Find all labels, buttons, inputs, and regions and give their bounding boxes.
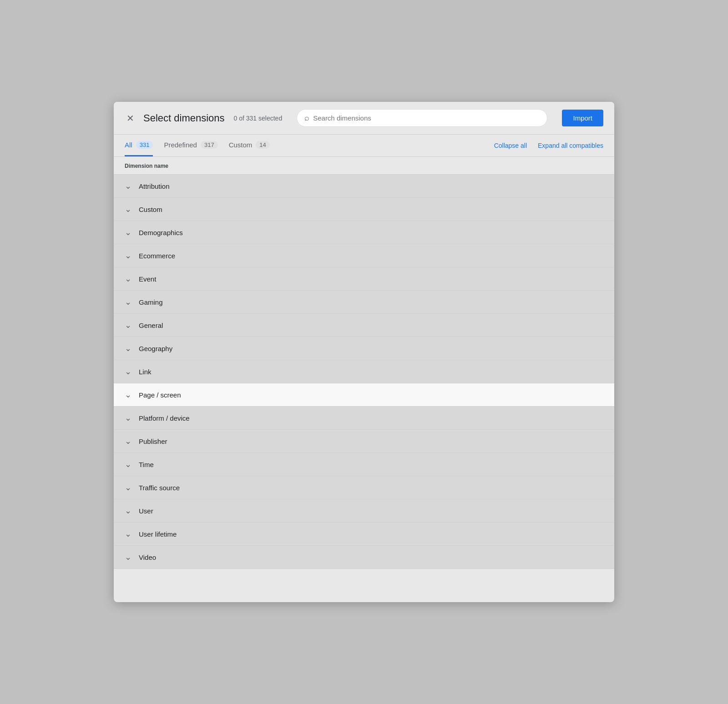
dimension-row[interactable]: ⌄ User lifetime: [114, 523, 614, 546]
dimension-row[interactable]: ⌄ Custom: [114, 198, 614, 221]
dimension-name-label: Link: [139, 368, 152, 376]
dimension-name-label: Geography: [139, 345, 172, 352]
chevron-down-icon: ⌄: [125, 483, 131, 493]
dimension-row[interactable]: ⌄ Video: [114, 546, 614, 569]
chevron-down-icon: ⌄: [125, 227, 131, 237]
tab-label: All: [125, 141, 132, 149]
selected-count-label: 0 of 331 selected: [234, 115, 283, 122]
dimension-row[interactable]: ⌄ Geography: [114, 337, 614, 360]
chevron-down-icon: ⌄: [125, 436, 131, 446]
chevron-down-icon: ⌄: [125, 204, 131, 214]
dimension-name-label: Ecommerce: [139, 252, 175, 260]
dimension-row[interactable]: ⌄ Demographics: [114, 221, 614, 244]
dimension-row[interactable]: ⌄ Gaming: [114, 291, 614, 314]
dimension-name-label: Attribution: [139, 182, 170, 190]
expand-all-button[interactable]: Expand all compatibles: [538, 142, 603, 149]
dimension-row[interactable]: ⌄ General: [114, 314, 614, 337]
chevron-down-icon: ⌄: [125, 459, 131, 469]
tab-predefined[interactable]: Predefined317: [164, 135, 217, 156]
dimension-name-label: User lifetime: [139, 530, 177, 538]
dimension-name-label: Page / screen: [139, 391, 181, 399]
dimension-name-header: Dimension name: [125, 163, 168, 169]
dimension-row[interactable]: ⌄ Time: [114, 453, 614, 476]
dimension-name-label: Time: [139, 461, 154, 468]
chevron-down-icon: ⌄: [125, 390, 131, 400]
dimension-row[interactable]: ⌄ Event: [114, 267, 614, 291]
tabs-bar: All331Predefined317Custom14 Collapse all…: [114, 135, 614, 157]
dimension-name-label: General: [139, 322, 163, 329]
search-input[interactable]: [313, 114, 540, 122]
chevron-down-icon: ⌄: [125, 297, 131, 307]
chevron-down-icon: ⌄: [125, 552, 131, 562]
collapse-all-button[interactable]: Collapse all: [494, 142, 527, 149]
chevron-down-icon: ⌄: [125, 506, 131, 516]
chevron-down-icon: ⌄: [125, 367, 131, 377]
chevron-down-icon: ⌄: [125, 251, 131, 261]
tab-badge-all: 331: [136, 141, 153, 149]
tabs-container: All331Predefined317Custom14: [125, 135, 494, 156]
dimension-row[interactable]: ⌄ User: [114, 499, 614, 523]
search-container: ⌕: [297, 109, 547, 127]
dimension-row[interactable]: ⌄ Platform / device: [114, 407, 614, 430]
chevron-down-icon: ⌄: [125, 343, 131, 353]
dimension-row[interactable]: ⌄ Attribution: [114, 175, 614, 198]
dimension-name-label: Event: [139, 275, 156, 283]
modal-title: Select dimensions: [143, 112, 225, 124]
close-button[interactable]: ✕: [125, 111, 136, 126]
tab-custom[interactable]: Custom14: [229, 135, 270, 156]
dimension-row[interactable]: ⌄ Ecommerce: [114, 244, 614, 267]
dimension-row[interactable]: ⌄ Publisher: [114, 430, 614, 453]
dimension-name-label: Publisher: [139, 437, 167, 445]
import-button[interactable]: Import: [562, 110, 603, 126]
chevron-down-icon: ⌄: [125, 320, 131, 330]
tab-badge-custom: 14: [256, 141, 269, 149]
chevron-down-icon: ⌄: [125, 181, 131, 191]
tab-actions: Collapse all Expand all compatibles: [494, 142, 603, 149]
dimension-name-label: Demographics: [139, 229, 183, 236]
dimension-list: ⌄ Attribution ⌄ Custom ⌄ Demographics ⌄ …: [114, 175, 614, 569]
tab-all[interactable]: All331: [125, 135, 153, 156]
chevron-down-icon: ⌄: [125, 529, 131, 539]
close-icon: ✕: [126, 113, 134, 124]
dimension-name-label: Video: [139, 553, 156, 561]
table-header: Dimension name: [114, 157, 614, 175]
dimension-name-label: Gaming: [139, 298, 163, 306]
dimension-name-label: Custom: [139, 206, 162, 213]
dimension-name-label: Traffic source: [139, 484, 180, 492]
dimension-row[interactable]: ⌄ Page / screen: [114, 383, 614, 407]
select-dimensions-modal: ✕ Select dimensions 0 of 331 selected ⌕ …: [114, 102, 614, 602]
dimension-row[interactable]: ⌄ Traffic source: [114, 476, 614, 499]
tab-badge-predefined: 317: [201, 141, 218, 149]
tab-label: Custom: [229, 141, 253, 149]
dimension-name-label: Platform / device: [139, 414, 190, 422]
chevron-down-icon: ⌄: [125, 274, 131, 284]
modal-header: ✕ Select dimensions 0 of 331 selected ⌕ …: [114, 102, 614, 135]
tab-label: Predefined: [164, 141, 197, 149]
dimension-name-label: User: [139, 507, 153, 515]
search-icon: ⌕: [304, 113, 309, 123]
dimension-row[interactable]: ⌄ Link: [114, 360, 614, 383]
chevron-down-icon: ⌄: [125, 413, 131, 423]
